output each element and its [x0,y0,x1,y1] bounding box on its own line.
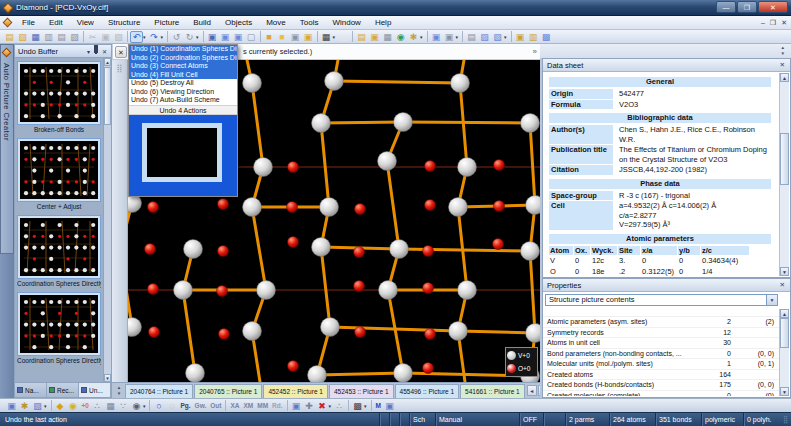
scroll-up-icon[interactable]: ▲ [104,58,111,66]
undo-menu-item-1[interactable]: Undo (1) Coordination Spheres Direct [129,45,237,54]
panel-close-icon[interactable]: ✕ [100,48,109,55]
screen-icon[interactable]: ▣ [5,400,18,412]
dock-tab-un[interactable]: Un... [79,383,111,397]
close-button[interactable]: ✕ [758,1,788,13]
undo-buffer-item[interactable]: Coordination Spheres Directly [17,215,101,289]
data-sheet-scrollbar[interactable]: ▲ ▼ [779,73,789,276]
gallery-icon[interactable]: ▣ [368,31,381,43]
undo-icon-dropdown[interactable]: ▾ [143,34,146,40]
undo-menu-item-3[interactable]: Undo (3) Connect Atoms [129,62,237,71]
picture-tab[interactable]: 2040764 :: Picture 1 [125,384,193,398]
export-icon[interactable]: ■ [276,31,289,43]
undo-actions-summary[interactable]: Undo 4 Actions [129,105,237,115]
undo-menu-item-5[interactable]: Undo (5) Destroy All [129,79,237,88]
undo-buffer-item[interactable]: Broken-off Bonds [17,61,101,135]
redo-icon-dropdown[interactable]: ▾ [161,34,164,40]
panel-menu-icon[interactable]: ▾ [85,48,92,55]
undo-menu-item-4[interactable]: Undo (4) Fill Unit Cell [129,71,237,80]
scroll-down-icon[interactable]: ▼ [781,51,785,57]
update-icon-dropdown[interactable]: ▾ [196,34,199,40]
undo-menu-item-2[interactable]: Undo (2) Coordination Spheres Direct [129,54,237,63]
home-icon[interactable]: ▣ [514,31,527,43]
auto-picture-creator-tab[interactable]: Auto Picture Creator [0,44,14,254]
dock-tab-na[interactable]: Na... [15,383,47,397]
chevron-down-icon[interactable]: ▼ [766,295,777,305]
assistant-icon-dropdown[interactable]: ▾ [420,34,423,40]
picture-tab[interactable]: 452453 :: Picture 1 [329,384,394,398]
menu-view[interactable]: View [70,18,101,27]
scroll-up-icon[interactable]: ▲ [780,309,789,318]
menu-help[interactable]: Help [368,18,398,27]
picture-tab[interactable]: 541661 :: Picture 1 [460,384,525,398]
picture-window-icon[interactable]: ▣ [219,31,232,43]
panel-splitter[interactable]: ⣿ [112,60,128,382]
grid-icon[interactable]: ▩ [540,31,553,43]
move-window-icon[interactable]: ▣ [290,400,303,412]
update-icon[interactable]: ↻ [183,31,196,43]
bond-tool-icon[interactable]: ∴ [333,400,346,412]
assistant-icon[interactable]: ✱ [407,31,420,43]
properties-row[interactable]: Symmetry records12 [543,328,779,339]
report-icon[interactable]: ▤ [465,31,478,43]
new-picture-icon[interactable]: ▤ [355,31,368,43]
structure-window-icon[interactable]: ▣ [206,31,219,43]
mdi-close-button[interactable]: ✕ [781,16,787,29]
slideshow-icon[interactable]: ▣ [430,31,443,43]
pattern-icon[interactable]: ▩ [351,400,364,412]
properties-row[interactable]: Bond parameters (non-bonding contacts, .… [543,349,779,360]
minimize-button[interactable]: — [716,1,736,13]
menu-picture[interactable]: Picture [147,18,186,27]
polyhedra-icon[interactable]: ◆ [54,400,67,412]
properties-row[interactable]: Atoms in unit cell30 [543,338,779,349]
packing-icon[interactable]: ▦ [104,400,117,412]
scroll-down-icon[interactable]: ▼ [104,374,111,382]
print-icon[interactable]: ▥ [42,31,55,43]
delete-marks-icon[interactable]: ✖ [316,400,329,412]
mm-label[interactable]: MM [255,400,270,412]
crosshair-icon[interactable]: ✚ [303,400,316,412]
diagram-icon[interactable]: ▧ [491,31,504,43]
new-document-icon[interactable]: ▤ [3,31,16,43]
reset-view-icon[interactable]: ↺ [170,31,183,43]
large-circle-icon[interactable]: ○ [152,400,165,412]
scroll-down-icon[interactable]: ▼ [780,267,789,276]
undo-thumbnail[interactable] [20,218,98,276]
mdi-restore-button[interactable]: ❐ [770,16,776,29]
undo-thumbnail[interactable] [20,141,98,199]
report-window-icon[interactable]: ▢ [245,31,258,43]
globe-icon[interactable]: ◉ [394,31,407,43]
pattern-icon-dropdown[interactable]: ▾ [364,403,367,409]
panel-close-icon[interactable]: ✕ [778,61,787,69]
picture-tab[interactable]: 2040765 :: Picture 1 [194,384,262,398]
properties-row[interactable]: Created molecules (complete)0(0) [543,391,779,397]
undo-buffer-item[interactable]: Center + Adjust [17,138,101,212]
undo-icon[interactable]: ↶ [130,31,143,43]
dock-tab-rec[interactable]: Rec... [47,383,79,397]
print-preview-icon[interactable]: ▤ [55,31,68,43]
xm-label[interactable]: XM [242,400,256,412]
menu-file[interactable]: File [15,18,42,27]
cut-icon[interactable]: ✂ [86,31,99,43]
save-icon[interactable]: ▦ [29,31,42,43]
picture-tab[interactable]: 455496 :: Picture 1 [395,384,460,398]
menu-edit[interactable]: Edit [42,18,70,27]
tab-scroll-left-icon[interactable]: ◄ [527,385,537,396]
broken-bonds-icon[interactable]: ∵ [117,400,130,412]
open-folder-icon[interactable]: ▧ [16,31,29,43]
overflow-chevron-icon[interactable]: » [533,44,537,59]
add-atoms-icon[interactable]: +0 [80,400,91,412]
measure-icon[interactable]: M [374,400,383,412]
properties-row[interactable]: Created bonds (H-bonds/contacts)175(0, 0… [543,380,779,391]
import-icon[interactable]: ■ [263,31,276,43]
paste-icon[interactable]: ▨ [112,31,125,43]
chart-icon[interactable]: ▨ [478,31,491,43]
table-window-icon[interactable]: ▣ [232,31,245,43]
undo-thumbnail[interactable] [20,295,98,353]
mail-icon[interactable]: ▣ [302,31,315,43]
page-setup-icon[interactable]: ▨ [68,31,81,43]
panel-close-icon[interactable]: ✕ [778,281,787,289]
properties-row[interactable]: Created atoms164 [543,370,779,381]
video-icon[interactable]: ▣ [443,31,456,43]
table-icon[interactable]: ▦ [320,31,333,43]
pg-label[interactable]: Pg. [178,400,192,412]
